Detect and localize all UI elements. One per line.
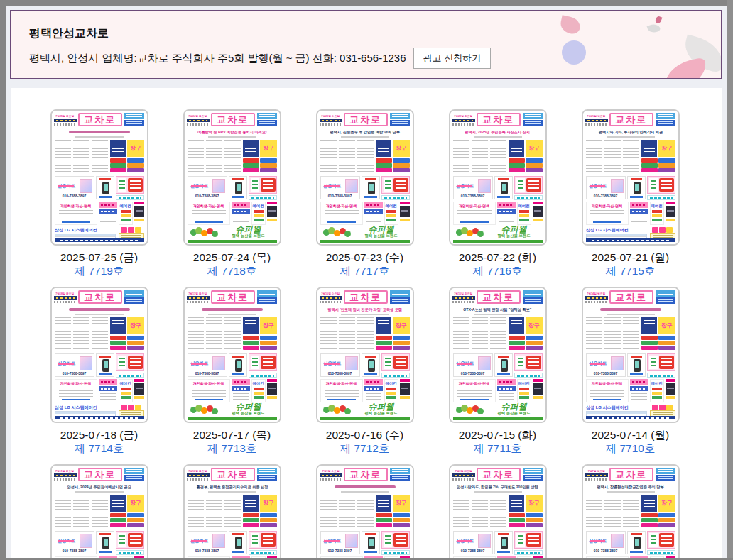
mini-page-footer [586, 416, 675, 419]
mini-ad-janggu: 장구 [526, 495, 543, 512]
credit-card-phone: 010-7388-3897 [188, 370, 227, 375]
page-title: 평택안성교차로 [29, 26, 109, 41]
issue-number-link[interactable]: 제 7714호 [75, 441, 124, 455]
mini-ad-loan [116, 176, 144, 194]
superwell-logo: 슈퍼웰 [222, 402, 276, 411]
mini-ad-navy [110, 495, 126, 512]
mini-ad-phone-strip [514, 373, 543, 378]
mini-subheadline [341, 491, 389, 493]
mini-ad-strip-stack [641, 158, 675, 174]
mini-subheadline [208, 136, 256, 138]
mini-ad-top-right-1 [390, 113, 410, 119]
mini-ad-phone-strip [647, 550, 675, 555]
issue-thumbnail[interactable]: 7월16일 수요일 교차로 평택시 '반도체 장비 전문가 과정' 교육생 모집… [316, 287, 414, 423]
issue-thumbnail[interactable]: 7월25일 금요일 교차로 장구 신용카드 [50, 109, 148, 246]
article-text-column [604, 140, 621, 174]
issue-thumbnail[interactable]: 7월8일 화요일 교차로 안성사랑카드, 할인율 7%, 구매한도 200만원 … [449, 464, 547, 560]
issue-thumbnail[interactable]: 7월17일 목요일 교차로 장구 신용카드 [183, 287, 281, 423]
issue-thumbnail[interactable]: 7월15일 화요일 교차로 GTX-A노선 평택 연장 사업 "경제성 확보" … [449, 287, 547, 423]
mini-ad-law-office [232, 379, 250, 402]
mini-ad-top-right-2 [656, 475, 675, 481]
mini-date-label: 7월24일 목요일 [187, 114, 210, 119]
mini-ad-superwell: 슈퍼웰 평택 농산물 브랜드 [320, 224, 410, 243]
article-text-column [453, 495, 469, 529]
mini-ad-strip-stack [376, 513, 410, 529]
superwell-subtitle: 평택 농산물 브랜드 [222, 411, 276, 416]
phone-illustration [102, 537, 109, 549]
issue-thumbnail[interactable]: 7월23일 수요일 교차로 평택시, 집중호우 후 감염병 예방 수칙 당부 장… [316, 109, 414, 246]
issue-number-link[interactable]: 제 7717호 [340, 264, 390, 278]
issue-number-link[interactable]: 제 7712호 [340, 441, 390, 455]
mini-ad-phone [627, 531, 646, 554]
issue-thumbnail[interactable]: 7월18일 금요일 교차로 장구 신용카드 [50, 287, 148, 423]
ad-request-button[interactable]: 광고 신청하기 [413, 48, 492, 69]
issue-number-link[interactable]: 제 7718호 [207, 264, 257, 278]
car-illustration [400, 383, 410, 395]
mini-ad-phone-strip [647, 195, 675, 200]
issue-number-link[interactable]: 제 7711호 [473, 441, 522, 455]
issue-date: 2025-07-14 (월) [592, 428, 669, 441]
mini-ad-used-car [134, 379, 144, 402]
mini-contact-line [187, 123, 210, 126]
mini-date-label: 7월18일 금요일 [54, 291, 77, 296]
mini-ad-phone [494, 353, 513, 377]
mini-headline: 환경부, 평택호 중점관리저수지로 최종 선정 [188, 483, 277, 490]
article-text-column [92, 495, 108, 529]
article-text-column [623, 140, 639, 174]
mini-ad-superwell: 슈퍼웰 평택 농산물 브랜드 [320, 402, 410, 420]
article-text-column [92, 317, 108, 351]
issue-thumbnail[interactable]: 7월14일 월요일 교차로 장구 신용카드 [582, 287, 680, 423]
issue-thumbnail[interactable]: 7월21일 월요일 교차로 평택시와 기아, 투자유치 양해각서 체결 장구 [582, 109, 680, 246]
mini-ad-loan [647, 531, 675, 549]
issue-number-link[interactable]: 제 7715호 [606, 264, 656, 278]
credit-card-phone: 010-7388-3897 [587, 548, 625, 553]
issue-thumbnail[interactable]: 7월11일 금요일 교차로 안성시, 2024년 주민참여예산사업 공모 장구 [50, 464, 148, 560]
mini-contact-line [320, 301, 342, 303]
rehab-label: 개인회생·파산·면책 [55, 203, 97, 209]
article-text-column [586, 317, 602, 351]
issue-number-link[interactable]: 제 7713호 [207, 441, 257, 455]
gyocharo-logo: 교차로 [477, 290, 521, 304]
issue-thumbnail[interactable]: 7월10일 목요일 교차로 환경부, 평택호 중점관리저수지로 최종 선정 장구 [183, 464, 281, 560]
mini-ad-aircon: 에어컨 [251, 202, 266, 225]
issue-date: 2025-07-18 (금) [60, 428, 138, 441]
mini-ad-phone [96, 353, 114, 377]
mini-issue-block [187, 473, 210, 477]
aircon-label: 에어컨 [518, 203, 531, 209]
rehab-label: 개인회생·파산·면책 [188, 380, 229, 386]
car-illustration [267, 383, 277, 395]
car-illustration [533, 383, 543, 395]
car-illustration [134, 206, 144, 217]
mini-ad-phone-strip [381, 373, 410, 378]
gyocharo-logo: 교차로 [211, 113, 255, 126]
issue-number-link[interactable]: 제 7719호 [75, 264, 124, 278]
article-text-column [604, 495, 621, 529]
issue-thumbnail[interactable]: 7월22일 화요일 교차로 평택시, 2025년 주민등록 사실조사 실시 장구 [449, 109, 547, 246]
issue-number-link[interactable]: 제 7710호 [606, 441, 656, 455]
mini-ad-phone-strip [249, 550, 277, 555]
issue-thumbnail[interactable]: 7월9일 수요일 교차로 장구 신용카드 [316, 464, 414, 560]
mini-ad-credit-card: 신용카드 010-7388-3897 [55, 176, 94, 199]
issue-date: 2025-07-24 (목) [193, 251, 271, 264]
mini-ad-rehabilitation: 개인회생·파산·면책 [320, 202, 363, 225]
mini-contact-line [320, 478, 342, 481]
petal-decoration-gray-small [647, 23, 661, 35]
issue-number-link[interactable]: 제 7716호 [473, 264, 523, 278]
issue-thumbnail[interactable]: 7월24일 목요일 교차로 여름방학 중 HPV 예방접종 놓치지 마세요! 장… [183, 109, 281, 246]
mini-date-label: 7월11일 금요일 [54, 468, 77, 473]
mini-ad-law-office [364, 202, 383, 225]
mini-ad-navy [509, 495, 524, 512]
mini-ad-law-office [99, 379, 117, 402]
car-illustration [267, 206, 277, 217]
mini-ad-strip-stack [243, 336, 277, 351]
mini-page-footer [586, 238, 675, 242]
mini-subheadline [607, 314, 655, 315]
issue-card: 7월16일 수요일 교차로 평택시 '반도체 장비 전문가 과정' 교육생 모집… [316, 287, 414, 464]
issue-thumbnail[interactable]: 7월7일 월요일 교차로 평택시, 장출혈성대장균감염증 주의 당부 장구 [582, 464, 680, 560]
mini-ad-law-office [630, 202, 648, 225]
article-text-column [490, 140, 506, 174]
mini-ad-phone [627, 176, 646, 199]
petal-decoration-pink [559, 15, 582, 35]
mini-issue-block [452, 296, 475, 300]
mini-contact-line [54, 478, 77, 481]
